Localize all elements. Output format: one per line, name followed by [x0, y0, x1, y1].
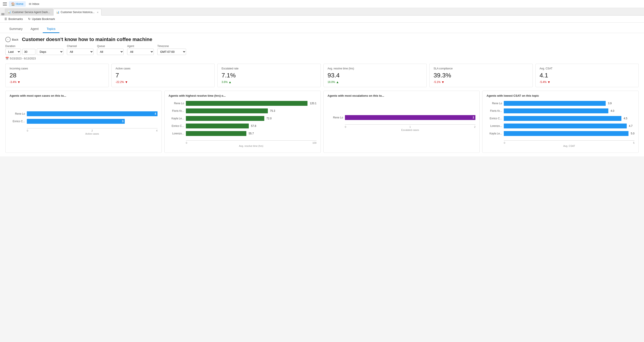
agent-select[interactable]: All [127, 49, 154, 55]
x-axis-label-esc: Escalated cases [345, 129, 476, 131]
back-button[interactable]: ← Back [5, 37, 18, 42]
chart-resolve-time-title: Agents with highest resolve time (hrs) o… [168, 94, 316, 97]
delta-arrow-2: ▲ [228, 80, 232, 84]
bar-row-floris-csat: Floris Kr... 4.0 [486, 108, 634, 113]
sub-tab-bar: Summary Agent Topics [0, 23, 644, 33]
date-range: 📅 5/15/2023 - 6/13/2023 [5, 57, 639, 60]
kpi-label-3: Avg. resolve time (hrs) [328, 67, 423, 70]
bar-row-kayla-resolve: Kayla Le... 72.0 [168, 116, 316, 121]
resolve-bar-2 [186, 116, 264, 121]
kpi-label-5: Avg. CSAT [540, 67, 635, 70]
duration-controls: Last Days [5, 49, 63, 55]
bar-row-rene-lo-open: Rene Lo 4 [10, 111, 158, 116]
delta-value-4: -5.1% [434, 81, 440, 84]
bar-row-rene-resolve: Rene Lo 120.1 [168, 101, 316, 106]
delta-value-3: 18.0% [328, 81, 335, 84]
resolve-val-3: 57.8 [251, 124, 256, 127]
main-content: Summary Agent Topics ← Back Customer doe… [0, 23, 644, 156]
resolve-val-4: 55.7 [248, 132, 254, 135]
kpi-label-4: SLA compliance [434, 67, 528, 70]
sub-tab-summary[interactable]: Summary [5, 25, 26, 33]
back-circle-icon: ← [5, 37, 11, 42]
kpi-delta-0: -3.4% ▼ [10, 80, 104, 84]
tab-close-button[interactable]: × [97, 11, 98, 14]
kpi-delta-2: 3.6% ▲ [222, 80, 316, 84]
bar-value-1: 3 [122, 120, 124, 123]
delta-value-2: 3.6% [222, 81, 228, 84]
top-navigation-bar: 🏠 Home ✉ Inbox [0, 0, 644, 8]
home-label: Home [16, 2, 24, 6]
sub-tab-topics[interactable]: Topics [43, 25, 60, 33]
update-bookmark-button[interactable]: ↻ Update Bookmark [27, 17, 56, 21]
agent-tab-label: Agent [30, 27, 39, 31]
bar-label-0: Rene Lo [10, 112, 25, 115]
csat-label-0: Rene Lo [486, 102, 502, 105]
kpi-value-1: 7 [116, 72, 211, 79]
tab-label-2: Customer Service historica... [61, 11, 94, 14]
kpi-label-0: Incoming cases [10, 67, 104, 70]
duration-period-select[interactable]: Last [5, 49, 21, 55]
resolve-bar-3 [186, 123, 249, 128]
delta-value-5: -5.4% [540, 81, 546, 84]
bookmarks-button[interactable]: ☰ Bookmarks [4, 17, 24, 21]
chart-csat: Agents with lowest CSAT on this topic Re… [482, 91, 639, 153]
bar-1: 3 [27, 119, 125, 124]
x-axis-label-resolve: Avg. resolve time (hrs) [186, 145, 316, 147]
kpi-cards-row: Incoming cases 28 -3.4% ▼ Active cases 7… [5, 64, 639, 87]
x-axis-label-open: Active cases [27, 132, 158, 135]
inbox-nav-button[interactable]: ✉ Inbox [26, 1, 42, 7]
kpi-label-1: Active cases [116, 67, 211, 70]
timezone-label: Timezone [157, 45, 186, 48]
bookmarks-icon: ☰ [4, 17, 7, 21]
chart-open-cases-title: Agents with most open cases on this to..… [10, 94, 158, 97]
kpi-delta-5: -5.4% ▼ [540, 80, 635, 84]
delta-arrow-4: ▼ [441, 80, 444, 84]
esc-label-0: Rene Lo [328, 116, 343, 119]
duration-number-input[interactable] [22, 49, 36, 55]
resolve-val-0: 120.1 [310, 102, 316, 105]
csat-val-0: 3.9 [608, 102, 612, 105]
csat-val-3: 4.7 [629, 124, 633, 127]
bar-row-kayla-csat: Kayla Le... 5.0 [486, 131, 634, 136]
hamburger-menu[interactable] [2, 1, 8, 7]
kpi-delta-1: -22.2% ▼ [116, 80, 211, 84]
sub-tab-agent[interactable]: Agent [26, 25, 43, 33]
bookmarks-bar: ☰ Bookmarks ↻ Update Bookmark [0, 16, 644, 23]
bar-container-1: 3 [27, 119, 158, 124]
resolve-label-4: Lorenzo... [168, 132, 184, 135]
resolve-bar-1 [186, 108, 268, 113]
tab-historical[interactable]: 📊 Customer Service historica... × [54, 9, 102, 16]
csat-label-4: Kayla Le... [486, 132, 502, 135]
topics-tab-label: Topics [47, 27, 56, 31]
queue-label: Queue [97, 45, 124, 48]
queue-select[interactable]: All [97, 49, 124, 55]
resolve-label-3: Enrico C... [168, 124, 184, 127]
csat-bar-4 [504, 131, 628, 136]
timezone-select[interactable]: GMT-07:00 [157, 49, 186, 55]
csat-bar-3 [504, 123, 626, 128]
kpi-avg-csat: Avg. CSAT 4.1 -5.4% ▼ [536, 64, 639, 87]
resolve-label-0: Rene Lo [168, 102, 184, 105]
tab-dashboard[interactable]: 📊 Customer Service Agent Dash... [5, 9, 53, 15]
duration-unit-select[interactable]: Days [37, 49, 63, 55]
home-nav-button[interactable]: 🏠 Home [9, 1, 26, 7]
bar-value-0: 4 [155, 112, 156, 115]
refresh-icon: ↻ [28, 17, 30, 21]
csat-container-3: 4.7 [504, 123, 634, 128]
kpi-sla-compliance: SLA compliance 39.3% -5.1% ▼ [429, 64, 533, 87]
delta-value-1: -22.2% [116, 81, 124, 84]
topic-title: Customer doesn't know how to maintain co… [22, 37, 152, 42]
kpi-incoming-cases: Incoming cases 28 -3.4% ▼ [5, 64, 109, 87]
bar-0: 4 [27, 111, 158, 116]
esc-val-0: 2 [473, 116, 474, 119]
resolve-val-1: 75.3 [270, 109, 275, 112]
delta-arrow-1: ▼ [125, 80, 128, 84]
update-bookmark-label: Update Bookmark [32, 17, 55, 21]
tab-label-1: Customer Service Agent Dash... [12, 11, 50, 14]
csat-val-4: 5.0 [631, 132, 634, 135]
topic-detail-area: ← Back Customer doesn't know how to main… [0, 33, 644, 156]
agent-controls: All [127, 49, 154, 55]
channel-select[interactable]: All [67, 49, 94, 55]
csat-container-4: 5.0 [504, 131, 634, 136]
chart-open-cases: Agents with most open cases on this to..… [5, 91, 162, 153]
